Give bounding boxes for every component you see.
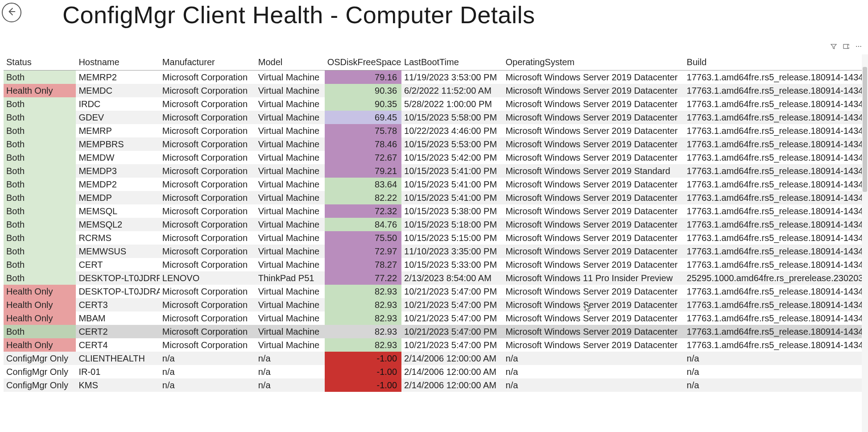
cell-hostname: MEMDP3 <box>76 164 159 178</box>
cell-hostname: CLIENTHEALTH <box>76 352 159 365</box>
table-row[interactable]: ConfigMgr OnlyIR-01n/an/a-1.002/14/2006 … <box>4 365 868 378</box>
filter-icon[interactable] <box>830 42 838 50</box>
data-table: Status Hostname Manufacturer Model OSDis… <box>4 54 868 432</box>
cell-model: Virtual Machine <box>256 312 325 325</box>
table-row[interactable]: BothRCRMSMicrosoft CorporationVirtual Ma… <box>4 231 868 245</box>
cell-osdiskfreespace: 75.50 <box>325 231 401 245</box>
cell-manufacturer: Microsoft Corporation <box>160 338 256 352</box>
cell-lastboottime: 5/28/2022 1:00:00 PM <box>401 97 503 111</box>
cell-osdiskfreespace: 82.93 <box>325 285 401 298</box>
cell-build: 17763.1.amd64fre.rs5_release.180914-1434 <box>684 258 868 271</box>
cell-model: ThinkPad P51 <box>256 271 325 285</box>
table-row[interactable]: BothMEMDPMicrosoft CorporationVirtual Ma… <box>4 191 868 204</box>
col-hostname[interactable]: Hostname <box>76 54 159 71</box>
table-row[interactable]: BothMEMDP2Microsoft CorporationVirtual M… <box>4 178 868 191</box>
table-row[interactable]: Health OnlyCERT4Microsoft CorporationVir… <box>4 338 868 352</box>
cell-operatingsystem: Microsoft Windows Server 2019 Standard <box>503 164 684 178</box>
table-row[interactable]: BothCERT2Microsoft CorporationVirtual Ma… <box>4 325 868 338</box>
col-operatingsystem[interactable]: OperatingSystem <box>503 54 684 71</box>
back-button[interactable] <box>2 3 21 22</box>
table-row[interactable]: BothDESKTOP-LT0JDRFLENOVOThinkPad P5177.… <box>4 271 868 285</box>
cell-operatingsystem: Microsoft Windows Server 2019 Datacenter <box>503 231 684 245</box>
table-row[interactable]: Health OnlyMBAMMicrosoft CorporationVirt… <box>4 312 868 325</box>
cell-build: 17763.1.amd64fre.rs5_release.180914-1434 <box>684 325 868 338</box>
cell-lastboottime: 10/15/2023 5:41:00 PM <box>401 191 503 204</box>
col-manufacturer[interactable]: Manufacturer <box>160 54 256 71</box>
cell-osdiskfreespace: 75.78 <box>325 124 401 137</box>
cell-lastboottime: 10/15/2023 5:18:00 PM <box>401 218 503 231</box>
cell-osdiskfreespace: -1.00 <box>325 352 401 365</box>
cell-manufacturer: Microsoft Corporation <box>160 164 256 178</box>
cell-osdiskfreespace: 84.76 <box>325 218 401 231</box>
table-row[interactable]: BothIRDCMicrosoft CorporationVirtual Mac… <box>4 97 868 111</box>
cell-build: 17763.1.amd64fre.rs5_release.180914-1434 <box>684 137 868 151</box>
cell-model: Virtual Machine <box>256 258 325 271</box>
table-row[interactable]: BothMEMDP3Microsoft CorporationVirtual M… <box>4 164 868 178</box>
table-row[interactable]: ConfigMgr OnlyCLIENTHEALTHn/an/a-1.002/1… <box>4 352 868 365</box>
cell-operatingsystem: Microsoft Windows Server 2019 Datacenter <box>503 191 684 204</box>
cell-operatingsystem: Microsoft Windows Server 2019 Datacenter <box>503 124 684 137</box>
cell-hostname: DESKTOP-LT0JDRF <box>76 271 159 285</box>
scrollbar-thumb[interactable] <box>863 67 867 192</box>
table-row[interactable]: BothCERTMicrosoft CorporationVirtual Mac… <box>4 258 868 271</box>
cell-model: Virtual Machine <box>256 204 325 218</box>
more-options-icon[interactable] <box>855 42 863 50</box>
table-row[interactable]: BothMEMPBRSMicrosoft CorporationVirtual … <box>4 137 868 151</box>
cell-model: Virtual Machine <box>256 285 325 298</box>
cell-lastboottime: 10/15/2023 5:41:00 PM <box>401 178 503 191</box>
cell-manufacturer: Microsoft Corporation <box>160 111 256 124</box>
cell-model: Virtual Machine <box>256 84 325 97</box>
cell-operatingsystem: Microsoft Windows Server 2019 Datacenter <box>503 218 684 231</box>
cell-hostname: DESKTOP-LT0JDRA <box>76 285 159 298</box>
table-row[interactable]: BothMEMRPMicrosoft CorporationVirtual Ma… <box>4 124 868 137</box>
vertical-scrollbar[interactable] <box>862 54 868 432</box>
col-model[interactable]: Model <box>256 54 325 71</box>
page-title: ConfigMgr Client Health - Computer Detai… <box>62 1 535 29</box>
cell-lastboottime: 11/10/2023 3:35:00 PM <box>401 245 503 258</box>
cell-model: n/a <box>256 378 325 392</box>
col-lastboottime[interactable]: LastBootTime <box>401 54 503 71</box>
cell-status: Health Only <box>4 338 76 352</box>
table-row[interactable]: BothMEMSQL2Microsoft CorporationVirtual … <box>4 218 868 231</box>
cell-build: 17763.1.amd64fre.rs5_release.180914-1434 <box>684 164 868 178</box>
cell-build: 17763.1.amd64fre.rs5_release.180914-1434 <box>684 111 868 124</box>
cell-lastboottime: 10/15/2023 5:15:00 PM <box>401 231 503 245</box>
cell-lastboottime: 10/15/2023 5:38:00 PM <box>401 204 503 218</box>
cell-status: Both <box>4 231 76 245</box>
table-row[interactable]: BothMEMSQLMicrosoft CorporationVirtual M… <box>4 204 868 218</box>
cell-status: Both <box>4 258 76 271</box>
cell-status: Both <box>4 137 76 151</box>
cell-model: Virtual Machine <box>256 338 325 352</box>
cell-status: Both <box>4 124 76 137</box>
cell-lastboottime: 10/21/2023 5:47:00 PM <box>401 298 503 312</box>
cell-osdiskfreespace: -1.00 <box>325 378 401 392</box>
cell-build: 17763.1.amd64fre.rs5_release.180914-1434 <box>684 178 868 191</box>
cell-operatingsystem: Microsoft Windows Server 2019 Datacenter <box>503 137 684 151</box>
table-row[interactable]: Health OnlyDESKTOP-LT0JDRAMicrosoft Corp… <box>4 285 868 298</box>
cell-status: Both <box>4 164 76 178</box>
table-row[interactable]: BothMEMWSUSMicrosoft CorporationVirtual … <box>4 245 868 258</box>
cell-osdiskfreespace: 90.35 <box>325 97 401 111</box>
table-row[interactable]: Health OnlyCERT3Microsoft CorporationVir… <box>4 298 868 312</box>
cell-osdiskfreespace: 82.93 <box>325 325 401 338</box>
cell-build: 17763.1.amd64fre.rs5_release.180914-1434 <box>684 338 868 352</box>
cell-status: Both <box>4 191 76 204</box>
table-row[interactable]: BothMEMDWMicrosoft CorporationVirtual Ma… <box>4 151 868 164</box>
cell-manufacturer: Microsoft Corporation <box>160 231 256 245</box>
table-row[interactable]: ConfigMgr OnlyKMSn/an/a-1.002/14/2006 12… <box>4 378 868 392</box>
table-row[interactable]: BothGDEVMicrosoft CorporationVirtual Mac… <box>4 111 868 124</box>
table-row[interactable]: BothMEMRP2Microsoft CorporationVirtual M… <box>4 71 868 84</box>
col-status[interactable]: Status <box>4 54 76 71</box>
cell-status: Health Only <box>4 84 76 97</box>
cell-status: Both <box>4 245 76 258</box>
cell-status: Health Only <box>4 285 76 298</box>
cell-lastboottime: 10/15/2023 5:42:00 PM <box>401 151 503 164</box>
cell-status: Both <box>4 271 76 285</box>
cell-status: Both <box>4 97 76 111</box>
col-build[interactable]: Build <box>684 54 868 71</box>
table-row[interactable]: Health OnlyMEMDCMicrosoft CorporationVir… <box>4 84 868 97</box>
cell-build: 17763.1.amd64fre.rs5_release.180914-1434 <box>684 285 868 298</box>
col-osdiskfreespace[interactable]: OSDiskFreeSpace <box>325 54 401 71</box>
cell-model: Virtual Machine <box>256 164 325 178</box>
focus-mode-icon[interactable] <box>842 42 850 50</box>
